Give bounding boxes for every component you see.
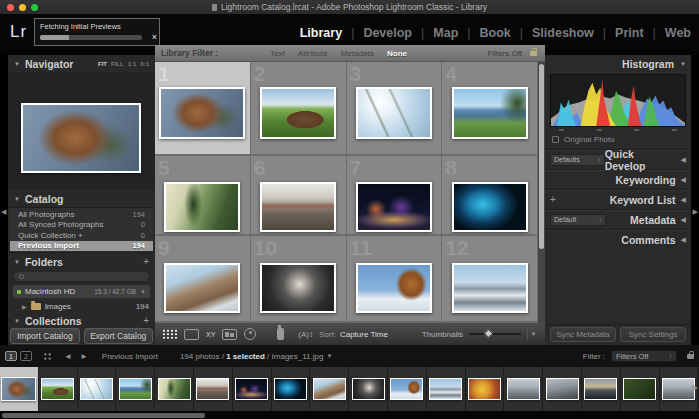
panel-section-keywording[interactable]: Keywording◀ xyxy=(545,169,691,189)
navigator-zoom-1-1[interactable]: 1:1 xyxy=(128,61,137,67)
collapse-right-panel-icon[interactable]: ▶ xyxy=(693,208,698,216)
module-tab-book[interactable]: Book xyxy=(480,26,511,40)
module-tab-print[interactable]: Print xyxy=(615,26,643,40)
filmstrip-scroll-right-icon[interactable]: ▶ xyxy=(692,383,698,392)
folder-search-input[interactable] xyxy=(13,271,150,282)
toolbar-options-chevron-icon[interactable]: ▼ xyxy=(527,328,539,340)
navigator-preview-image[interactable] xyxy=(21,103,141,173)
current-source-label[interactable]: Previous Import xyxy=(102,352,158,361)
filmstrip-frame-7[interactable] xyxy=(233,367,272,411)
go-forward-icon[interactable]: ► xyxy=(80,352,88,361)
clipping-indicator[interactable] xyxy=(672,129,677,131)
filmstrip-filter-dropdown[interactable]: Filters Off ↕ xyxy=(611,350,677,362)
filmstrip-frame-17[interactable] xyxy=(621,367,660,411)
main-window-button[interactable]: 1 xyxy=(5,351,17,361)
filmstrip-frame-16[interactable] xyxy=(582,367,621,411)
add-collection-icon[interactable]: + xyxy=(143,315,149,326)
filmstrip-filter-lock-icon[interactable] xyxy=(687,354,694,359)
catalog-header[interactable]: ▼ Catalog xyxy=(8,190,155,207)
import-catalog-button[interactable]: Import Catalog xyxy=(10,328,80,344)
grid-cell-1[interactable]: 1 xyxy=(155,62,251,156)
photo-thumbnail-snowy-mountain-peaks[interactable] xyxy=(452,263,528,313)
sort-direction-icon[interactable]: (A)↕ xyxy=(298,330,313,339)
photo-thumbnail-fantasy-warrior-artwork[interactable] xyxy=(159,87,245,139)
panel-section-keyword-list[interactable]: +Keyword List◀ xyxy=(545,189,691,209)
expand-triangle-icon[interactable]: ◀ xyxy=(681,216,686,224)
grid-view-shortcut-icon[interactable] xyxy=(43,352,52,361)
filmstrip-scrollbar-thumb[interactable] xyxy=(2,413,205,418)
catalog-item-previous-import[interactable]: Previous Import194 xyxy=(10,241,153,252)
source-menu-chevron-icon[interactable]: ▼ xyxy=(326,353,332,359)
folder-item-images[interactable]: ▶ Images 194 xyxy=(8,300,155,312)
compare-view-button[interactable]: XY xyxy=(206,328,215,341)
expand-triangle-icon[interactable]: ◀ xyxy=(681,196,686,204)
go-back-icon[interactable]: ◄ xyxy=(64,352,72,361)
clipping-indicator[interactable] xyxy=(597,129,602,131)
photo-thumbnail-bw-portrait[interactable] xyxy=(260,263,336,313)
add-folder-icon[interactable]: + xyxy=(143,256,149,267)
grid-cell-9[interactable]: 9 xyxy=(155,236,251,323)
navigator-zoom-3-1[interactable]: 3:1 xyxy=(140,61,149,67)
photo-thumbnail-tiger-in-snow[interactable] xyxy=(356,263,432,313)
filmstrip-frame-1[interactable] xyxy=(0,367,39,411)
filmstrip-frame-5[interactable] xyxy=(155,367,194,411)
grid-cell-8[interactable]: 8 xyxy=(442,156,538,236)
filter-option-none[interactable]: None xyxy=(387,49,407,58)
expand-triangle-icon[interactable]: ▶ xyxy=(22,303,27,310)
filmstrip-frame-4[interactable] xyxy=(116,367,155,411)
filmstrip-frame-13[interactable] xyxy=(466,367,505,411)
filter-option-attribute[interactable]: Attribute xyxy=(298,49,328,58)
filter-lock-icon[interactable] xyxy=(530,51,537,56)
module-tab-slideshow[interactable]: Slideshow xyxy=(532,26,594,40)
second-window-button[interactable]: 2 xyxy=(20,351,32,361)
grid-cell-10[interactable]: 10 xyxy=(251,236,347,323)
histogram-header[interactable]: Histogram ▼ xyxy=(545,55,691,72)
photo-thumbnail-foggy-coastline[interactable] xyxy=(164,263,240,313)
preset-dropdown[interactable]: Defaults↕ xyxy=(550,154,605,166)
expand-triangle-icon[interactable]: ◀ xyxy=(681,176,686,184)
grid-cell-6[interactable]: 6 xyxy=(251,156,347,236)
filmstrip-frame-11[interactable] xyxy=(388,367,427,411)
painter-spray-icon[interactable] xyxy=(277,328,284,340)
filmstrip-frame-14[interactable] xyxy=(504,367,543,411)
folders-header[interactable]: ▼ Folders + xyxy=(8,253,155,270)
expand-triangle-icon[interactable]: ◀ xyxy=(681,156,686,164)
clipping-indicator[interactable] xyxy=(634,129,639,131)
collapse-left-panel-icon[interactable]: ◀ xyxy=(1,208,6,216)
catalog-item-all-synced-photographs[interactable]: All Synced Photographs0 xyxy=(10,220,153,231)
photo-thumbnail-blue-abstract[interactable] xyxy=(452,182,528,232)
photo-thumbnail-misty-forest-valley[interactable] xyxy=(164,182,240,232)
thumbnails-slider[interactable] xyxy=(469,333,521,335)
catalog-item-quick-collection[interactable]: Quick Collection +0 xyxy=(10,230,153,241)
module-tab-map[interactable]: Map xyxy=(433,26,458,40)
panel-section-comments[interactable]: Comments◀ xyxy=(545,229,691,249)
histogram-chart[interactable] xyxy=(550,74,686,127)
navigator-header[interactable]: ▼ Navigator FITFILL1:13:1 xyxy=(8,55,155,72)
add-keyword-icon[interactable]: + xyxy=(550,194,556,205)
grid-cell-11[interactable]: 11 xyxy=(347,236,443,323)
preset-dropdown[interactable]: Default↕ xyxy=(550,214,606,226)
grid-cell-4[interactable]: 4 xyxy=(442,62,538,156)
grid-scrollbar-thumb[interactable] xyxy=(539,64,544,249)
filmstrip-frame-2[interactable] xyxy=(39,367,78,411)
module-tab-library[interactable]: Library xyxy=(300,26,342,40)
grid-cell-3[interactable]: 3 xyxy=(347,62,443,156)
sync-settings-button[interactable]: Sync Settings xyxy=(620,327,686,342)
survey-view-button[interactable] xyxy=(222,328,237,341)
grid-view-button[interactable] xyxy=(161,328,177,341)
filter-option-metadata[interactable]: Metadata xyxy=(341,49,374,58)
grid-scrollbar[interactable] xyxy=(538,62,545,323)
loupe-view-button[interactable] xyxy=(184,328,199,341)
panel-section-quick-develop[interactable]: Defaults↕Quick Develop◀ xyxy=(545,149,691,169)
photo-thumbnail-barn-in-meadow[interactable] xyxy=(260,87,336,139)
filmstrip-frame-10[interactable] xyxy=(349,367,388,411)
expand-triangle-icon[interactable]: ◀ xyxy=(681,236,686,244)
filter-option-text[interactable]: Text xyxy=(270,49,285,58)
module-tab-develop[interactable]: Develop xyxy=(363,26,412,40)
volume-row-macintosh-hd[interactable]: Macintosh HD 15.3 / 42.7 GB ▼ xyxy=(13,285,150,298)
navigator-zoom-fit[interactable]: FIT xyxy=(98,61,107,67)
filmstrip-frame-12[interactable] xyxy=(427,367,466,411)
module-tab-web[interactable]: Web xyxy=(665,26,691,40)
panel-section-metadata[interactable]: Default↕Metadata◀ xyxy=(545,209,691,229)
sort-value-dropdown[interactable]: Capture Time xyxy=(340,330,388,339)
